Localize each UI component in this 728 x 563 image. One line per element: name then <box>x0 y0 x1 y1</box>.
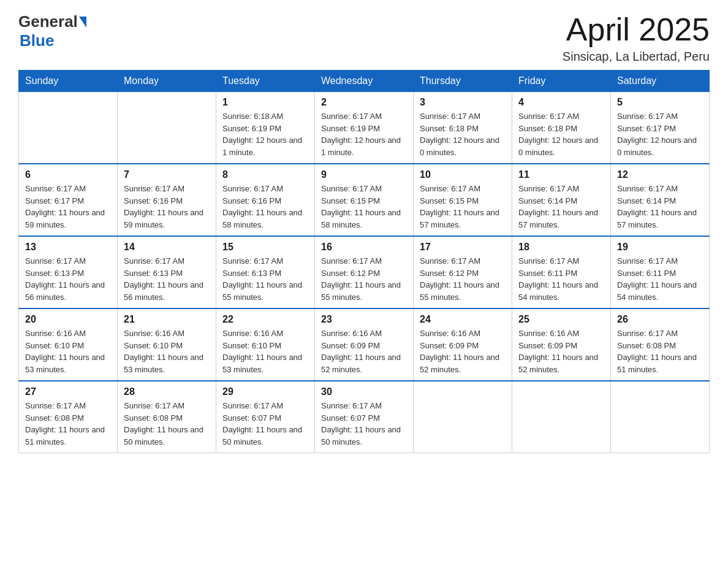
logo-general-text: General <box>18 12 78 31</box>
day-info: Sunrise: 6:17 AM Sunset: 6:11 PM Dayligh… <box>617 255 703 303</box>
day-number: 18 <box>518 242 604 253</box>
day-info: Sunrise: 6:16 AM Sunset: 6:10 PM Dayligh… <box>25 327 111 375</box>
day-number: 23 <box>321 314 407 325</box>
calendar-day-cell: 25Sunrise: 6:16 AM Sunset: 6:09 PM Dayli… <box>512 308 611 381</box>
day-info: Sunrise: 6:17 AM Sunset: 6:08 PM Dayligh… <box>617 327 703 375</box>
day-info: Sunrise: 6:17 AM Sunset: 6:18 PM Dayligh… <box>518 110 604 158</box>
day-number: 13 <box>25 242 111 253</box>
calendar-day-cell: 11Sunrise: 6:17 AM Sunset: 6:14 PM Dayli… <box>512 164 611 236</box>
day-info: Sunrise: 6:17 AM Sunset: 6:16 PM Dayligh… <box>222 183 308 231</box>
day-info: Sunrise: 6:17 AM Sunset: 6:12 PM Dayligh… <box>420 255 506 303</box>
calendar-day-cell: 7Sunrise: 6:17 AM Sunset: 6:16 PM Daylig… <box>118 164 216 236</box>
calendar-day-cell: 21Sunrise: 6:16 AM Sunset: 6:10 PM Dayli… <box>118 308 216 381</box>
day-number: 21 <box>124 314 210 325</box>
calendar-day-cell: 18Sunrise: 6:17 AM Sunset: 6:11 PM Dayli… <box>512 236 611 308</box>
day-number: 2 <box>321 97 407 108</box>
day-number: 3 <box>420 97 506 108</box>
day-number: 26 <box>617 314 703 325</box>
day-number: 6 <box>25 169 111 180</box>
day-info: Sunrise: 6:17 AM Sunset: 6:12 PM Dayligh… <box>321 255 407 303</box>
day-info: Sunrise: 6:18 AM Sunset: 6:19 PM Dayligh… <box>222 110 308 158</box>
day-of-week-header: Thursday <box>414 71 512 92</box>
calendar-day-cell: 10Sunrise: 6:17 AM Sunset: 6:15 PM Dayli… <box>414 164 512 236</box>
calendar-day-cell: 27Sunrise: 6:17 AM Sunset: 6:08 PM Dayli… <box>19 381 118 453</box>
day-info: Sunrise: 6:17 AM Sunset: 6:18 PM Dayligh… <box>420 110 506 158</box>
day-info: Sunrise: 6:17 AM Sunset: 6:08 PM Dayligh… <box>25 400 111 448</box>
day-number: 19 <box>617 242 703 253</box>
day-number: 16 <box>321 242 407 253</box>
calendar-day-cell: 19Sunrise: 6:17 AM Sunset: 6:11 PM Dayli… <box>611 236 710 308</box>
day-info: Sunrise: 6:17 AM Sunset: 6:07 PM Dayligh… <box>222 400 308 448</box>
day-info: Sunrise: 6:17 AM Sunset: 6:19 PM Dayligh… <box>321 110 407 158</box>
calendar-day-cell: 12Sunrise: 6:17 AM Sunset: 6:14 PM Dayli… <box>611 164 710 236</box>
calendar-day-cell: 24Sunrise: 6:16 AM Sunset: 6:09 PM Dayli… <box>414 308 512 381</box>
day-info: Sunrise: 6:17 AM Sunset: 6:07 PM Dayligh… <box>321 400 407 448</box>
day-info: Sunrise: 6:17 AM Sunset: 6:11 PM Dayligh… <box>518 255 604 303</box>
calendar-day-cell: 13Sunrise: 6:17 AM Sunset: 6:13 PM Dayli… <box>19 236 118 308</box>
calendar-day-cell: 8Sunrise: 6:17 AM Sunset: 6:16 PM Daylig… <box>216 164 315 236</box>
calendar-day-cell <box>414 381 512 453</box>
day-info: Sunrise: 6:17 AM Sunset: 6:13 PM Dayligh… <box>124 255 210 303</box>
location-subtitle: Sinsicap, La Libertad, Peru <box>563 50 710 64</box>
day-number: 9 <box>321 169 407 180</box>
day-number: 11 <box>518 169 604 180</box>
calendar-day-cell: 23Sunrise: 6:16 AM Sunset: 6:09 PM Dayli… <box>315 308 414 381</box>
calendar-day-cell: 9Sunrise: 6:17 AM Sunset: 6:15 PM Daylig… <box>315 164 414 236</box>
day-info: Sunrise: 6:16 AM Sunset: 6:09 PM Dayligh… <box>420 327 506 375</box>
calendar-week-row: 1Sunrise: 6:18 AM Sunset: 6:19 PM Daylig… <box>19 92 710 164</box>
day-info: Sunrise: 6:17 AM Sunset: 6:13 PM Dayligh… <box>25 255 111 303</box>
page-header: General Blue April 2025 Sinsicap, La Lib… <box>18 12 710 64</box>
day-info: Sunrise: 6:16 AM Sunset: 6:09 PM Dayligh… <box>321 327 407 375</box>
day-of-week-header: Wednesday <box>315 71 414 92</box>
day-of-week-header: Saturday <box>611 71 710 92</box>
day-number: 22 <box>222 314 308 325</box>
day-info: Sunrise: 6:16 AM Sunset: 6:10 PM Dayligh… <box>222 327 308 375</box>
calendar-header-row: SundayMondayTuesdayWednesdayThursdayFrid… <box>19 71 710 92</box>
day-info: Sunrise: 6:17 AM Sunset: 6:16 PM Dayligh… <box>124 183 210 231</box>
calendar-day-cell <box>512 381 611 453</box>
logo-arrow-icon <box>79 17 86 28</box>
calendar-day-cell: 6Sunrise: 6:17 AM Sunset: 6:17 PM Daylig… <box>19 164 118 236</box>
day-number: 7 <box>124 169 210 180</box>
logo-blue-text: Blue <box>20 31 54 50</box>
calendar-week-row: 6Sunrise: 6:17 AM Sunset: 6:17 PM Daylig… <box>19 164 710 236</box>
day-number: 8 <box>222 169 308 180</box>
calendar-day-cell <box>19 92 118 164</box>
calendar-day-cell: 1Sunrise: 6:18 AM Sunset: 6:19 PM Daylig… <box>216 92 315 164</box>
day-of-week-header: Sunday <box>19 71 118 92</box>
month-year-title: April 2025 <box>563 12 710 47</box>
calendar-table: SundayMondayTuesdayWednesdayThursdayFrid… <box>18 70 710 453</box>
calendar-day-cell: 17Sunrise: 6:17 AM Sunset: 6:12 PM Dayli… <box>414 236 512 308</box>
day-number: 10 <box>420 169 506 180</box>
calendar-day-cell: 2Sunrise: 6:17 AM Sunset: 6:19 PM Daylig… <box>315 92 414 164</box>
day-number: 17 <box>420 242 506 253</box>
day-info: Sunrise: 6:17 AM Sunset: 6:14 PM Dayligh… <box>617 183 703 231</box>
day-number: 30 <box>321 386 407 397</box>
day-info: Sunrise: 6:16 AM Sunset: 6:09 PM Dayligh… <box>518 327 604 375</box>
calendar-day-cell: 15Sunrise: 6:17 AM Sunset: 6:13 PM Dayli… <box>216 236 315 308</box>
day-number: 27 <box>25 386 111 397</box>
day-of-week-header: Friday <box>512 71 611 92</box>
calendar-week-row: 27Sunrise: 6:17 AM Sunset: 6:08 PM Dayli… <box>19 381 710 453</box>
day-info: Sunrise: 6:17 AM Sunset: 6:14 PM Dayligh… <box>518 183 604 231</box>
day-info: Sunrise: 6:17 AM Sunset: 6:17 PM Dayligh… <box>617 110 703 158</box>
calendar-day-cell: 16Sunrise: 6:17 AM Sunset: 6:12 PM Dayli… <box>315 236 414 308</box>
day-info: Sunrise: 6:17 AM Sunset: 6:15 PM Dayligh… <box>321 183 407 231</box>
calendar-day-cell: 22Sunrise: 6:16 AM Sunset: 6:10 PM Dayli… <box>216 308 315 381</box>
calendar-day-cell: 30Sunrise: 6:17 AM Sunset: 6:07 PM Dayli… <box>315 381 414 453</box>
calendar-day-cell: 4Sunrise: 6:17 AM Sunset: 6:18 PM Daylig… <box>512 92 611 164</box>
day-of-week-header: Monday <box>118 71 216 92</box>
calendar-week-row: 20Sunrise: 6:16 AM Sunset: 6:10 PM Dayli… <box>19 308 710 381</box>
day-info: Sunrise: 6:17 AM Sunset: 6:13 PM Dayligh… <box>222 255 308 303</box>
calendar-day-cell: 14Sunrise: 6:17 AM Sunset: 6:13 PM Dayli… <box>118 236 216 308</box>
title-block: April 2025 Sinsicap, La Libertad, Peru <box>563 12 710 64</box>
day-info: Sunrise: 6:17 AM Sunset: 6:08 PM Dayligh… <box>124 400 210 448</box>
day-number: 20 <box>25 314 111 325</box>
day-info: Sunrise: 6:16 AM Sunset: 6:10 PM Dayligh… <box>124 327 210 375</box>
day-number: 24 <box>420 314 506 325</box>
day-number: 1 <box>222 97 308 108</box>
logo: General Blue <box>18 12 88 50</box>
day-number: 14 <box>124 242 210 253</box>
calendar-week-row: 13Sunrise: 6:17 AM Sunset: 6:13 PM Dayli… <box>19 236 710 308</box>
day-number: 29 <box>222 386 308 397</box>
